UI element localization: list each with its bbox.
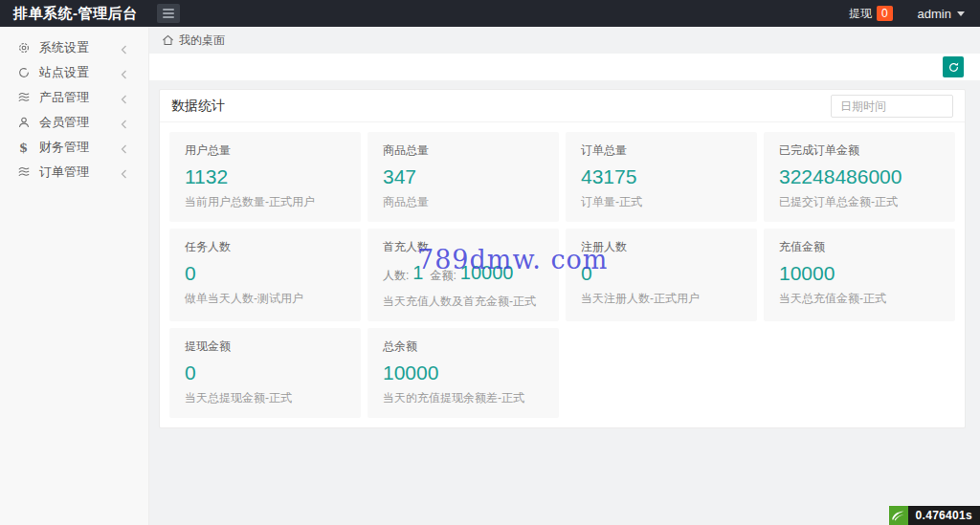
stat-title: 注册人数 (581, 239, 742, 255)
sidebar-item-member-management[interactable]: 会员管理 (0, 110, 148, 135)
stat-card-first-recharge: 首充人数 人数: 1 金额: 10000 当天充值人数及首充金额-正式 (368, 229, 559, 321)
chevron-left-icon (121, 68, 127, 82)
amount-label: 金额: (430, 263, 456, 289)
sidebar-item-finance-management[interactable]: $ 财务管理 (0, 135, 148, 160)
stat-card-total-products: 商品总量 347 商品总量 (368, 132, 559, 222)
sidebar-item-label: 会员管理 (39, 114, 89, 131)
sidebar: 系统设置 站点设置 产品管理 会员管理 $ 财务管理 (0, 27, 149, 525)
sidebar-item-order-management[interactable]: 订单管理 (0, 160, 148, 185)
stat-desc: 商品总量 (383, 194, 544, 210)
stat-title: 商品总量 (383, 142, 544, 159)
chevron-left-icon (121, 167, 127, 182)
stat-combo-value: 人数: 1 金额: 10000 (383, 260, 544, 289)
withdraw-label: 提现 (849, 6, 872, 22)
user-dropdown[interactable]: admin (918, 7, 965, 21)
chevron-left-icon (121, 142, 127, 157)
chevron-left-icon (121, 93, 127, 107)
stat-desc: 当天的充值提现余额差-正式 (383, 390, 544, 406)
refresh-button[interactable] (943, 56, 964, 77)
stat-value: 0 (185, 360, 345, 385)
stat-title: 用户总量 (185, 142, 345, 159)
chevron-down-icon (957, 11, 965, 16)
home-icon (162, 34, 174, 46)
stat-card-completed-order-amount: 已完成订单金额 32248486000 已提交订单总金额-正式 (764, 132, 955, 222)
layers-icon (16, 91, 31, 105)
sidebar-item-label: 系统设置 (39, 39, 89, 56)
stat-title: 提现金额 (185, 339, 345, 355)
chevron-left-icon (121, 118, 127, 132)
sidebar-item-label: 财务管理 (39, 139, 89, 156)
stat-title: 首充人数 (383, 239, 544, 255)
user-icon (16, 116, 31, 130)
stat-card-total-orders: 订单总量 43175 订单量-正式 (566, 132, 757, 222)
people-value: 1 (412, 260, 423, 286)
trace-badge[interactable]: 0.476401s (889, 506, 980, 525)
stat-desc: 当天注册人数-正式用户 (581, 291, 742, 307)
stats-panel-header: 数据统计 (160, 90, 965, 122)
breadcrumb[interactable]: 我的桌面 (149, 27, 980, 54)
stat-card-registered-users: 注册人数 0 当天注册人数-正式用户 (566, 229, 757, 321)
refresh-icon (947, 61, 960, 74)
sidebar-item-label: 产品管理 (39, 89, 89, 106)
sidebar-item-site-settings[interactable]: 站点设置 (0, 60, 148, 85)
stat-value: 1132 (185, 164, 345, 189)
stat-card-total-users: 用户总量 1132 当前用户总数量-正式用户 (169, 132, 361, 222)
stat-desc: 当前用户总数量-正式用户 (185, 194, 345, 210)
hamburger-menu-button[interactable] (157, 4, 180, 23)
stat-card-recharge-amount: 充值金额 10000 当天总充值金额-正式 (764, 229, 955, 321)
chevron-left-icon (121, 43, 127, 57)
stat-value: 0 (581, 260, 742, 286)
stat-title: 已完成订单金额 (779, 142, 940, 159)
layers-icon (16, 165, 31, 180)
stats-panel-title: 数据统计 (171, 98, 225, 115)
gear-icon (16, 41, 31, 55)
stat-value: 347 (383, 164, 544, 189)
stat-title: 任务人数 (185, 239, 345, 255)
sidebar-item-label: 订单管理 (39, 164, 89, 181)
tab-bar (149, 54, 980, 80)
stat-desc: 已提交订单总金额-正式 (779, 194, 940, 210)
withdraw-count-badge: 0 (877, 6, 893, 21)
stat-card-withdraw-amount: 提现金额 0 当天总提现金额-正式 (169, 328, 361, 418)
stat-desc: 做单当天人数-测试用户 (185, 291, 345, 307)
people-label: 人数: (383, 263, 409, 289)
sidebar-item-label: 站点设置 (39, 64, 89, 81)
breadcrumb-label: 我的桌面 (179, 33, 225, 49)
stats-panel: 数据统计 用户总量 1132 当前用户总数量-正式用户 商品总量 347 商品总… (159, 89, 966, 428)
stat-title: 总余额 (383, 339, 544, 355)
stat-value: 10000 (383, 360, 544, 385)
date-time-input[interactable] (831, 95, 953, 118)
withdraw-link[interactable]: 提现 0 (849, 6, 893, 22)
header-right: 提现 0 admin (849, 6, 980, 22)
top-header: 排单系统-管理后台 提现 0 admin (0, 0, 980, 27)
dollar-icon: $ (16, 141, 31, 155)
stat-card-task-users: 任务人数 0 做单当天人数-测试用户 (169, 229, 361, 321)
stats-grid: 用户总量 1132 当前用户总数量-正式用户 商品总量 347 商品总量 订单总… (160, 122, 965, 427)
stat-value: 32248486000 (779, 164, 940, 189)
stat-value: 10000 (779, 260, 940, 286)
main-area: 我的桌面 数据统计 用户总量 1132 当前用户总数量-正式用户 商品总量 34… (149, 27, 980, 525)
amount-value: 10000 (460, 260, 514, 286)
hamburger-icon (163, 9, 174, 11)
app-title: 排单系统-管理后台 (0, 5, 138, 23)
trace-logo-icon (889, 506, 908, 525)
sidebar-item-system-settings[interactable]: 系统设置 (0, 35, 148, 60)
stat-desc: 当天总提现金额-正式 (185, 390, 345, 406)
sidebar-item-product-management[interactable]: 产品管理 (0, 85, 148, 110)
stat-title: 充值金额 (779, 239, 940, 255)
stat-title: 订单总量 (581, 142, 742, 159)
stat-desc: 当天总充值金额-正式 (779, 291, 940, 307)
trace-time: 0.476401s (908, 506, 980, 525)
stat-value: 43175 (581, 164, 742, 189)
username: admin (918, 7, 951, 21)
stat-desc: 订单量-正式 (581, 194, 742, 210)
circle-icon (16, 66, 31, 80)
stat-value: 0 (185, 260, 345, 286)
stat-card-total-balance: 总余额 10000 当天的充值提现余额差-正式 (368, 328, 559, 418)
stat-desc: 当天充值人数及首充金额-正式 (383, 294, 544, 310)
